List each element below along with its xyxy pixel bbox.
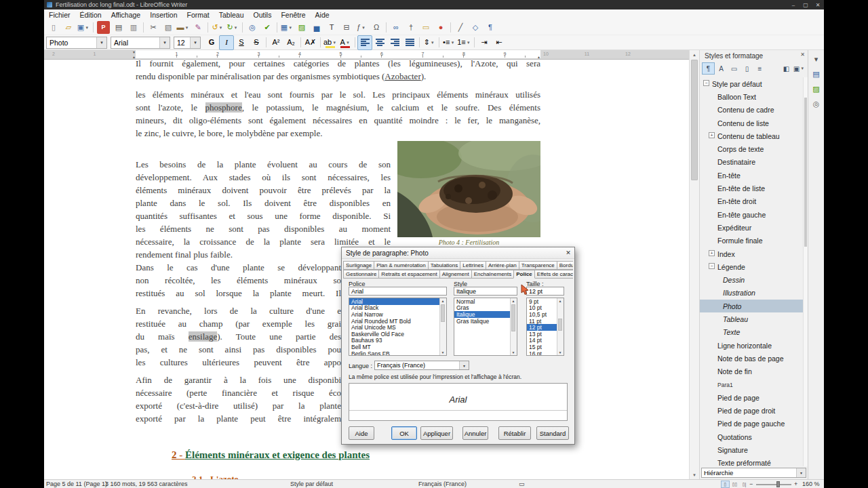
character-styles-button[interactable]: A [715,62,728,75]
tab-retraits-et-espacement[interactable]: Retraits et espacement [378,270,439,279]
single-page-view-button[interactable]: ▯ [721,481,730,488]
zoom-slider-thumb[interactable] [776,481,780,487]
strikethrough-button[interactable]: S [249,35,264,50]
selection-mode-icon[interactable]: ▭ [519,481,525,487]
language-indicator[interactable]: Français (France) [418,481,467,487]
insert-line-button[interactable]: ╱ [453,20,468,35]
book-view-button[interactable]: ▯| [740,481,749,488]
font-list-scroll-thumb[interactable] [441,304,445,322]
align-left-button[interactable] [357,35,372,50]
open-button[interactable]: ▱ [61,20,76,35]
indent-marker-first-line[interactable]: ▾ [133,50,135,54]
page-break-button[interactable]: ⊟ [339,20,354,35]
font-listbox[interactable]: ArialArial BlackArial NarrowArial Rounde… [349,298,447,356]
font-name-combo[interactable]: Arial ▾ [111,37,170,49]
styles-list-scrollbar[interactable] [803,77,808,466]
paste-dropdown[interactable]: ▾ [184,25,190,30]
size-list-scroll-down-icon[interactable]: ▼ [557,350,563,355]
expander-icon[interactable]: − [703,80,709,86]
size-list-scrollbar[interactable]: ▲▼ [557,298,564,355]
style-item-texte[interactable]: Texte [700,326,803,339]
tab-gestionnaire[interactable]: Gestionnaire [343,270,379,279]
titlebar[interactable]: Fertilisation doc long final.odt - Libre… [44,0,824,9]
style-item-pied-de-page-gauche[interactable]: Pied de page gauche [700,418,803,430]
insert-comment-button[interactable]: ▭ [418,20,433,35]
styles-scroll-thumb[interactable] [804,98,807,247]
style-item-contenu-de-cadre[interactable]: Contenu de cadre [700,104,803,117]
insert-table-button[interactable]: ▦▾ [279,20,294,35]
page-style-indicator[interactable]: Style par défaut [290,481,333,487]
font-list-scroll-down-icon[interactable]: ▼ [440,350,446,355]
line-spacing-button[interactable]: ⇕▾ [422,35,437,50]
print-preview-button[interactable]: ▥ [126,20,141,35]
style-item-balloon-text[interactable]: Balloon Text [700,90,803,103]
font-size-dropdown[interactable]: ▾ [190,37,200,48]
zoom-slider[interactable] [756,484,791,485]
tab-police[interactable]: Police [513,270,535,279]
style-item-signature[interactable]: Signature [700,443,803,456]
font-list-item[interactable]: Arial [349,298,439,305]
style-item-legende[interactable]: −Légende [700,260,803,273]
track-changes-button[interactable]: ● [433,20,448,35]
style-item-photo[interactable]: Photo [700,300,803,312]
tab-enchainements[interactable]: Enchaînements [471,270,515,279]
basic-shapes-button[interactable]: ◇ [468,20,483,35]
apply-button[interactable]: Appliquer [420,426,453,440]
style-item-illustration[interactable]: Illustration [700,287,803,300]
tab-tabulations[interactable]: Tabulations [428,261,460,270]
menu-affichage[interactable]: Affichage [106,9,146,20]
size-list-item[interactable]: 9 pt [527,298,557,305]
style-list-scroll-up-icon[interactable]: ▲ [511,298,516,304]
size-list-item[interactable]: 13 pt [527,331,557,338]
superscript-button[interactable]: A² [269,35,283,50]
style-item-ligne-horizontale[interactable]: Ligne horizontale [700,339,803,352]
redo-button[interactable]: ↻▾ [225,20,240,35]
style-item-index[interactable]: +Index [700,247,803,260]
style-item-en-tete[interactable]: En-tête [700,169,803,182]
indent-marker-left[interactable]: ▴ [133,55,135,59]
style-list-scroll-thumb[interactable] [511,304,515,331]
expander-icon[interactable]: − [709,263,715,269]
page-styles-button[interactable]: ▯ [741,62,753,75]
numbered-list-dropdown[interactable]: ▾ [466,40,471,45]
insert-chart-button[interactable]: ▅ [309,20,324,35]
size-list-item[interactable]: 15 pt [527,344,557,350]
align-justify-button[interactable] [402,35,417,50]
cut-button[interactable]: ✂ [146,20,161,35]
numbered-list-button[interactable]: 1≡▾ [456,35,472,50]
new-document-button[interactable]: ▯ [46,20,61,35]
ruler[interactable]: ▾ ▴ ▴ 12345678912101112 [44,50,689,60]
style-item-en-tete-gauche[interactable]: En-tête gauche [700,208,803,221]
paragraph-style-dropdown[interactable]: ▾ [96,37,106,48]
font-color-dropdown[interactable]: ▾ [345,40,351,45]
size-listbox[interactable]: 9 pt10 pt10,5 pt11 pt12 pt13 pt14 pt15 p… [526,298,564,356]
style-list-item[interactable]: Normal [454,298,510,305]
spelling-button[interactable]: ✔ [260,20,275,35]
align-center-button[interactable] [372,35,387,50]
zoom-in-button[interactable]: + [794,481,797,487]
close-button[interactable]: ✕ [812,0,824,9]
document-scrollbar[interactable]: ▲ ▼ [689,50,699,479]
style-item-contenu-de-liste[interactable]: Contenu de liste [700,117,803,129]
font-list-item[interactable]: Arial Rounded MT Bold [349,318,439,325]
style-item-pied-de-page-droit[interactable]: Pied de page droit [700,405,803,418]
style-item-formule-finale[interactable]: Formule finale [700,235,803,247]
font-list-item[interactable]: Arial Black [349,305,439,312]
bullet-list-dropdown[interactable]: ▾ [450,40,455,45]
style-listbox[interactable]: NormalGrasItaliqueGras Italique▲▼ [454,298,517,356]
fertilisation-photo[interactable] [397,141,540,237]
sidebar-settings-tab[interactable]: ▾ [810,53,823,65]
size-list-item[interactable]: 16 pt [527,350,557,355]
font-style-input[interactable]: Italique [454,287,517,296]
style-item-corps-de-texte[interactable]: Corps de texte [700,143,803,156]
tab-plan-numerotation[interactable]: Plan & numérotation [374,261,429,270]
special-character-button[interactable]: Ω [369,20,384,35]
tab-transparence[interactable]: Transparence [519,261,557,270]
underline-button[interactable]: S [234,35,249,50]
page-indicator[interactable]: Page 5 de 11 (Page 1) [46,481,107,487]
zoom-level[interactable]: 160 % [802,481,820,487]
clone-formatting-button[interactable]: ✎ [191,20,205,35]
increase-indent-button[interactable]: ⇥ [477,35,492,50]
save-dropdown[interactable]: ▾ [84,25,90,30]
tab-lettrines[interactable]: Lettrines [460,261,486,270]
